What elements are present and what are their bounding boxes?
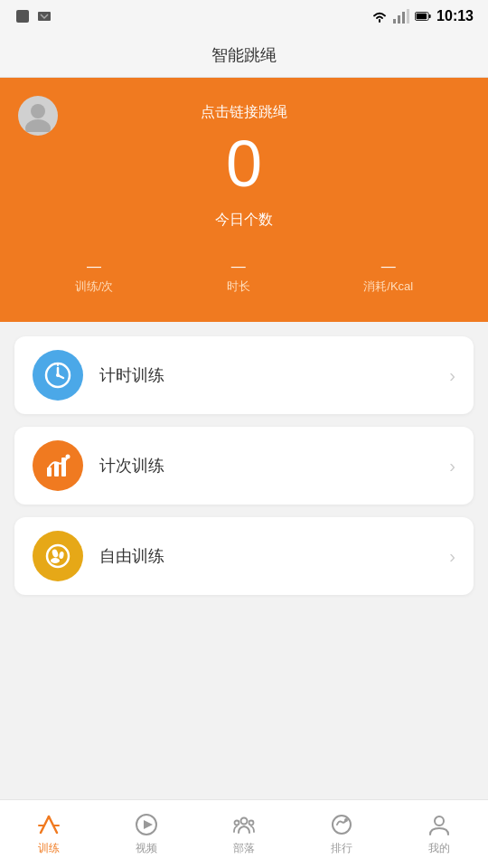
user-avatar[interactable] <box>18 96 58 136</box>
tab-community-label: 部落 <box>233 841 255 856</box>
svg-rect-3 <box>398 15 400 24</box>
tab-community[interactable]: 部落 <box>195 812 293 856</box>
app-icon-1 <box>14 8 31 24</box>
stat-training-label: 训练/次 <box>75 278 114 295</box>
free-label: 自由训练 <box>99 545 449 567</box>
stat-calories-value: — <box>381 259 396 275</box>
status-time: 10:13 <box>436 8 474 24</box>
status-bar-left <box>14 8 52 24</box>
mine-icon <box>427 812 452 837</box>
svg-point-24 <box>51 558 60 563</box>
hero-stat-duration: — 时长 <box>227 259 250 295</box>
tab-ranking[interactable]: 排行 <box>293 812 390 856</box>
tab-training-label: 训练 <box>38 841 60 856</box>
tab-bar: 训练 视频 部落 <box>0 799 488 868</box>
svg-point-32 <box>235 821 239 826</box>
tab-mine[interactable]: 我的 <box>390 812 488 856</box>
svg-point-33 <box>249 821 254 826</box>
tab-mine-label: 我的 <box>428 841 450 856</box>
free-chevron: › <box>449 546 455 567</box>
tab-video-label: 视频 <box>136 841 157 856</box>
stat-duration-value: — <box>231 259 246 275</box>
tab-video[interactable]: 视频 <box>98 812 195 856</box>
app-icon-2 <box>36 8 52 24</box>
timed-icon-wrap <box>33 350 83 401</box>
stat-training-value: — <box>87 259 101 275</box>
menu-list: 计时训练 › 计次训练 › 自由训练 › <box>0 322 488 609</box>
svg-point-14 <box>56 373 60 377</box>
count-chevron: › <box>449 456 455 476</box>
svg-point-22 <box>52 549 60 559</box>
count-icon-wrap <box>33 440 83 491</box>
count-label: 计次训练 <box>99 455 449 476</box>
hero-section: 点击链接跳绳 0 今日个数 — 训练/次 — 时长 — 消耗/Kcal <box>0 78 488 322</box>
tab-training[interactable]: 训练 <box>0 812 98 856</box>
svg-rect-5 <box>407 9 409 24</box>
ranking-icon <box>329 812 354 837</box>
svg-point-34 <box>333 816 351 834</box>
signal-icon <box>393 8 409 24</box>
training-icon <box>36 812 61 837</box>
status-bar: 10:13 <box>0 0 488 33</box>
stat-calories-label: 消耗/Kcal <box>363 278 413 295</box>
svg-rect-7 <box>429 14 431 18</box>
community-icon <box>231 812 257 837</box>
hero-link-text[interactable]: 点击链接跳绳 <box>201 103 287 122</box>
svg-rect-2 <box>393 19 396 24</box>
hero-stat-calories: — 消耗/Kcal <box>363 259 413 295</box>
svg-point-31 <box>241 818 248 825</box>
svg-point-10 <box>25 119 51 132</box>
timed-chevron: › <box>449 365 455 386</box>
svg-point-36 <box>435 816 444 826</box>
svg-point-20 <box>66 455 70 459</box>
hero-stats: — 训练/次 — 时长 — 消耗/Kcal <box>18 259 470 295</box>
menu-item-count[interactable]: 计次训练 › <box>14 427 474 505</box>
svg-rect-1 <box>38 12 51 21</box>
title-bar: 智能跳绳 <box>0 33 488 78</box>
timed-label: 计时训练 <box>99 364 449 386</box>
stat-duration-label: 时长 <box>227 278 250 295</box>
svg-point-23 <box>59 552 64 560</box>
hero-stat-training: — 训练/次 <box>75 259 114 295</box>
svg-point-9 <box>31 104 45 118</box>
menu-item-free[interactable]: 自由训练 › <box>14 517 474 595</box>
battery-icon <box>415 8 431 24</box>
app-title: 智能跳绳 <box>211 44 277 66</box>
svg-point-35 <box>344 818 348 822</box>
menu-item-timed[interactable]: 计时训练 › <box>14 336 474 414</box>
tab-ranking-label: 排行 <box>331 841 352 856</box>
svg-point-21 <box>47 545 69 567</box>
free-icon-wrap <box>33 531 83 581</box>
wifi-icon <box>371 8 388 24</box>
video-icon <box>134 812 159 837</box>
hero-count-label: 今日个数 <box>215 211 273 230</box>
svg-rect-4 <box>402 12 405 24</box>
svg-marker-30 <box>144 820 153 829</box>
svg-rect-18 <box>54 462 59 476</box>
svg-rect-0 <box>16 10 29 23</box>
hero-count: 0 <box>226 131 262 196</box>
svg-rect-8 <box>417 14 427 20</box>
